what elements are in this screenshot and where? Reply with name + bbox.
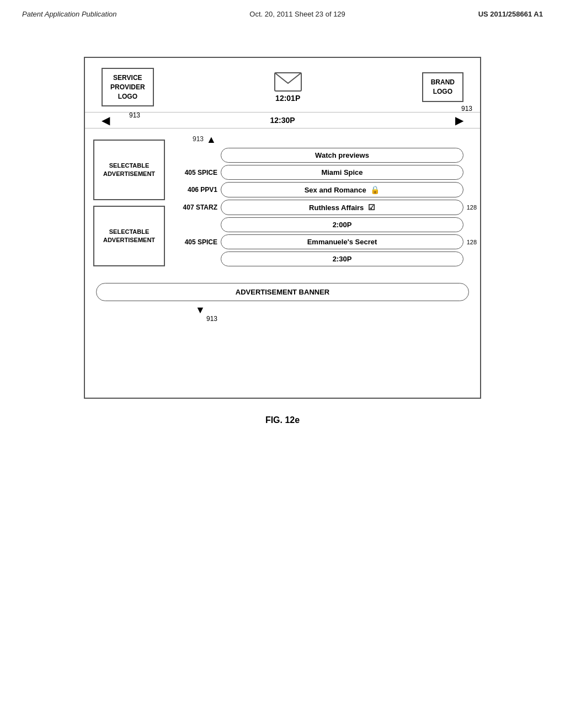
program-row-2: 407 STARZ Ruthless Affairs ☑ 128 <box>173 200 463 215</box>
down-arrow-icon[interactable]: ▼ <box>195 304 205 316</box>
lock-icon: 🔒 <box>370 185 380 194</box>
channel-407-starz: 407 STARZ <box>173 204 217 211</box>
program-row-emmanuele: 405 SPICE Emmanuele's Secret 128 <box>173 234 463 249</box>
badge-128-second: 128 <box>467 239 477 245</box>
program-pill-miami-spice[interactable]: Miami Spice <box>221 165 463 180</box>
channel-406-ppv1: 406 PPV1 <box>173 186 217 194</box>
header-left: Patent Application Publication <box>22 10 117 18</box>
page-header: Patent Application Publication Oct. 20, … <box>0 0 565 24</box>
badge-128-first: 128 <box>467 204 477 211</box>
program-rows: Watch previews 405 SPICE Miami Spice 406… <box>173 148 463 266</box>
diagram-container: SERVICE PROVIDER LOGO 12:01P BRAND LOGO … <box>84 57 481 399</box>
diagram-body: SELECTABLE ADVERTISEMENT SELECTABLE ADVE… <box>85 129 480 277</box>
header-center: Oct. 20, 2011 Sheet 23 of 129 <box>249 10 345 18</box>
time-row-1: 2:00P <box>173 217 463 232</box>
ad-box-2[interactable]: SELECTABLE ADVERTISEMENT <box>93 206 165 266</box>
time-separator-2: 2:30P <box>221 251 463 266</box>
ad-box-1[interactable]: SELECTABLE ADVERTISEMENT <box>93 140 165 200</box>
envelope-icon <box>274 72 302 92</box>
brand-logo: BRAND LOGO <box>422 72 463 102</box>
ad-banner-row: ADVERTISEMENT BANNER <box>85 277 480 301</box>
watch-previews-row: Watch previews <box>173 148 463 163</box>
nav-row: ◀ 12:30P ▶ 913 <box>85 113 480 129</box>
header-right: US 2011/258661 A1 <box>478 10 543 18</box>
service-provider-logo: SERVICE PROVIDER LOGO <box>102 68 154 106</box>
up-arrow-icon[interactable]: ▲ <box>206 134 216 146</box>
nav-right-arrow[interactable]: ▶ <box>455 114 463 127</box>
time-row-2: 2:30P <box>173 251 463 266</box>
watch-previews-pill[interactable]: Watch previews <box>221 148 463 163</box>
label-913-down: 913 <box>206 315 217 323</box>
check-icon: ☑ <box>368 203 375 212</box>
header-center-block: 12:01P <box>274 72 302 103</box>
program-row-0: 405 SPICE Miami Spice <box>173 165 463 180</box>
time-separator-1: 2:00P <box>221 217 463 232</box>
main-content: SERVICE PROVIDER LOGO 12:01P BRAND LOGO … <box>0 24 565 425</box>
top-time: 12:01P <box>275 94 300 103</box>
label-913-up: 913 <box>193 135 204 143</box>
channel-405-spice: 405 SPICE <box>173 169 217 176</box>
nav-section: 913 ◀ 12:30P ▶ 913 <box>85 113 480 129</box>
ad-banner[interactable]: ADVERTISEMENT BANNER <box>96 283 469 301</box>
program-pill-emmanuele[interactable]: Emmanuele's Secret <box>221 234 463 249</box>
down-arrow-container: ▼ 913 <box>85 301 480 322</box>
nav-left-arrow[interactable]: ◀ <box>102 114 110 127</box>
label-913-right: 913 <box>461 105 472 113</box>
program-pill-sex-romance[interactable]: Sex and Romance 🔒 <box>221 182 463 197</box>
channel-405-spice-2: 405 SPICE <box>173 238 217 246</box>
right-panel-wrapper: 913 ▲ Watch previews 405 SPICE <box>173 134 480 272</box>
diagram-header: SERVICE PROVIDER LOGO 12:01P BRAND LOGO <box>85 58 480 113</box>
left-panel: SELECTABLE ADVERTISEMENT SELECTABLE ADVE… <box>85 134 173 272</box>
program-row-1: 406 PPV1 Sex and Romance 🔒 <box>173 182 463 197</box>
program-pill-ruthless-affairs[interactable]: Ruthless Affairs ☑ <box>221 200 463 215</box>
nav-time: 12:30P <box>270 116 295 125</box>
fig-caption: FIG. 12e <box>265 415 300 425</box>
up-arrow-container: 913 ▲ <box>173 134 463 148</box>
